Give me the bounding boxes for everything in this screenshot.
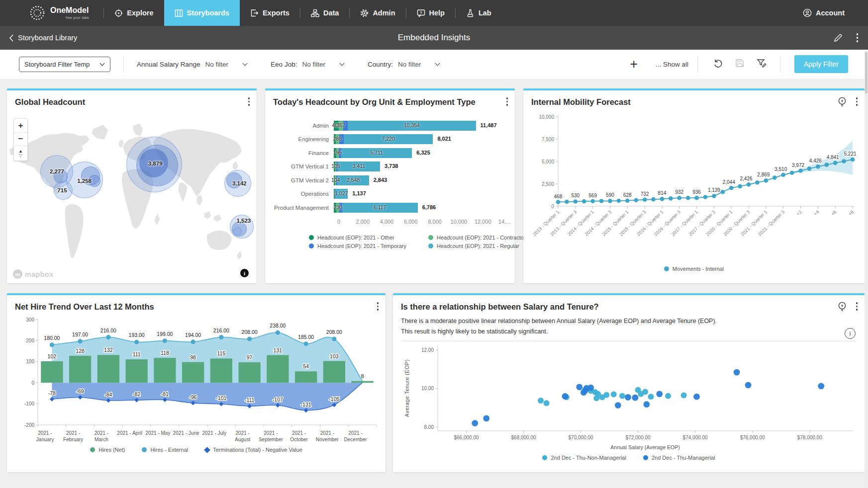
hires-net-bar[interactable] bbox=[323, 361, 345, 383]
scatter-point-managerial[interactable] bbox=[693, 394, 700, 400]
forecast-point[interactable] bbox=[556, 200, 561, 204]
legend-item[interactable]: Hires (Net) bbox=[90, 447, 125, 453]
filter-edit-icon[interactable] bbox=[757, 58, 767, 70]
map-info-icon[interactable]: i bbox=[240, 269, 249, 277]
forecast-point[interactable] bbox=[781, 173, 785, 177]
forecast-point[interactable] bbox=[755, 180, 760, 185]
card-kebab-menu[interactable] bbox=[247, 96, 251, 107]
forecast-point[interactable] bbox=[703, 195, 708, 199]
nav-item-lab[interactable]: Lab bbox=[456, 0, 502, 26]
legend-item[interactable]: Headcount (EOP): 2021 - Regular bbox=[428, 243, 526, 249]
back-to-library-link[interactable]: Storyboard Library bbox=[9, 34, 77, 42]
scatter-point-managerial[interactable] bbox=[576, 384, 582, 390]
scatter-point-managerial[interactable] bbox=[818, 383, 824, 390]
hires-external-point[interactable] bbox=[276, 330, 280, 335]
hires-net-bar[interactable] bbox=[154, 358, 176, 383]
card-kebab-menu[interactable] bbox=[855, 301, 859, 312]
apply-filter-button[interactable]: Apply Filter bbox=[794, 55, 848, 73]
forecast-point[interactable] bbox=[686, 196, 690, 200]
legend-item[interactable]: Headcount (EOP): 2021 - Temporary bbox=[309, 243, 406, 249]
hires-external-point[interactable] bbox=[78, 339, 83, 343]
forecast-point[interactable] bbox=[582, 199, 586, 204]
scatter-point-managerial[interactable] bbox=[483, 415, 489, 421]
scatter-point-non-managerial[interactable] bbox=[544, 400, 550, 406]
map-compass-button[interactable]: ▲▽ bbox=[14, 146, 27, 161]
page-scrollbar[interactable] bbox=[865, 51, 868, 488]
forecast-point[interactable] bbox=[669, 196, 673, 201]
scatter-point-non-managerial[interactable] bbox=[648, 394, 654, 400]
scatter-point-managerial[interactable] bbox=[615, 402, 621, 408]
nav-item-exports[interactable]: Exports bbox=[240, 0, 300, 26]
forecast-point[interactable] bbox=[816, 164, 820, 169]
hires-net-bar[interactable] bbox=[295, 371, 317, 383]
hires-external-point[interactable] bbox=[106, 335, 110, 339]
scatter-point-non-managerial[interactable] bbox=[603, 392, 609, 398]
scatter-point-managerial[interactable] bbox=[643, 401, 650, 407]
scatter-point-non-managerial[interactable] bbox=[665, 393, 671, 399]
card-kebab-menu[interactable] bbox=[376, 301, 380, 312]
hires-net-bar[interactable] bbox=[97, 355, 119, 383]
map-zoom-in-button[interactable]: + bbox=[14, 119, 27, 132]
hires-external-point[interactable] bbox=[163, 338, 167, 343]
nav-item-help[interactable]: ? Help bbox=[406, 0, 455, 26]
scatter-point-non-managerial[interactable] bbox=[593, 395, 599, 401]
scatter-point-managerial[interactable] bbox=[745, 382, 752, 389]
hires-net-bar[interactable] bbox=[238, 362, 260, 383]
hires-external-point[interactable] bbox=[191, 339, 195, 344]
forecast-point[interactable] bbox=[565, 200, 569, 204]
scatter-point-non-managerial[interactable] bbox=[611, 392, 617, 398]
forecast-point[interactable] bbox=[712, 194, 716, 198]
forecast-point[interactable] bbox=[798, 168, 803, 173]
scatter-point-non-managerial[interactable] bbox=[619, 393, 625, 399]
hires-external-point[interactable] bbox=[332, 336, 336, 341]
hires-external-point[interactable] bbox=[219, 335, 223, 339]
hires-net-bar[interactable] bbox=[125, 359, 147, 383]
forecast-point[interactable] bbox=[694, 196, 699, 200]
filter-annual-salary-range[interactable]: Annual Salary Range No filter bbox=[137, 61, 248, 68]
hires-external-point[interactable] bbox=[134, 340, 139, 344]
forecast-point[interactable] bbox=[651, 197, 656, 202]
nav-item-storyboards[interactable]: Storyboards bbox=[164, 0, 240, 26]
forecast-point[interactable] bbox=[842, 159, 846, 163]
forecast-point[interactable] bbox=[851, 158, 855, 162]
forecast-point[interactable] bbox=[634, 198, 638, 202]
undo-icon[interactable] bbox=[713, 58, 723, 70]
scatter-point-non-managerial[interactable] bbox=[538, 398, 544, 404]
legend-item[interactable]: 2nd Dec - Thu-Managerial bbox=[643, 455, 715, 461]
header-kebab-menu[interactable] bbox=[856, 32, 860, 43]
hires-net-bar[interactable] bbox=[210, 358, 232, 383]
add-filter-button[interactable]: + bbox=[630, 58, 638, 71]
forecast-point[interactable] bbox=[617, 199, 621, 203]
filter-country[interactable]: Country: No filter bbox=[368, 61, 441, 68]
account-menu[interactable]: Account bbox=[792, 8, 855, 17]
forecast-point[interactable] bbox=[764, 178, 769, 183]
scatter-point-managerial[interactable] bbox=[632, 395, 638, 401]
forecast-point[interactable] bbox=[599, 199, 604, 203]
forecast-point[interactable] bbox=[747, 182, 751, 187]
map-bubble[interactable] bbox=[233, 227, 242, 236]
forecast-point[interactable] bbox=[790, 170, 794, 175]
nav-item-explore[interactable]: Explore bbox=[104, 0, 164, 26]
card-kebab-menu[interactable] bbox=[505, 96, 509, 107]
scatter-point-managerial[interactable] bbox=[656, 391, 663, 397]
scatter-point-managerial[interactable] bbox=[562, 393, 569, 400]
forecast-point[interactable] bbox=[824, 163, 829, 167]
legend-item[interactable]: Movements - Internal bbox=[664, 266, 724, 272]
scatter-point-managerial[interactable] bbox=[587, 385, 594, 391]
world-map[interactable]: 2,2777151,2583,8793,1421,523 + − ▲▽ m ma… bbox=[7, 111, 257, 283]
forecast-point[interactable] bbox=[772, 175, 777, 180]
scatter-point-managerial[interactable] bbox=[472, 420, 478, 426]
forecast-point[interactable] bbox=[608, 199, 612, 203]
legend-item[interactable]: Terminations (Total) - Negative Value bbox=[205, 447, 302, 453]
nav-item-admin[interactable]: Admin bbox=[350, 0, 405, 26]
legend-item[interactable]: Headcount (EOP): 2021 - Contractor bbox=[428, 235, 526, 241]
hires-net-bar[interactable] bbox=[41, 361, 63, 383]
edit-pencil-icon[interactable] bbox=[833, 33, 843, 43]
scatter-point-managerial[interactable] bbox=[582, 387, 588, 394]
hires-net-bar[interactable] bbox=[182, 362, 204, 383]
card-kebab-menu[interactable] bbox=[855, 96, 859, 107]
forecast-point[interactable] bbox=[643, 198, 647, 202]
mapbox-attribution[interactable]: m mapbox bbox=[13, 269, 53, 279]
save-filter-icon[interactable] bbox=[735, 58, 745, 70]
forecast-point[interactable] bbox=[729, 186, 734, 190]
